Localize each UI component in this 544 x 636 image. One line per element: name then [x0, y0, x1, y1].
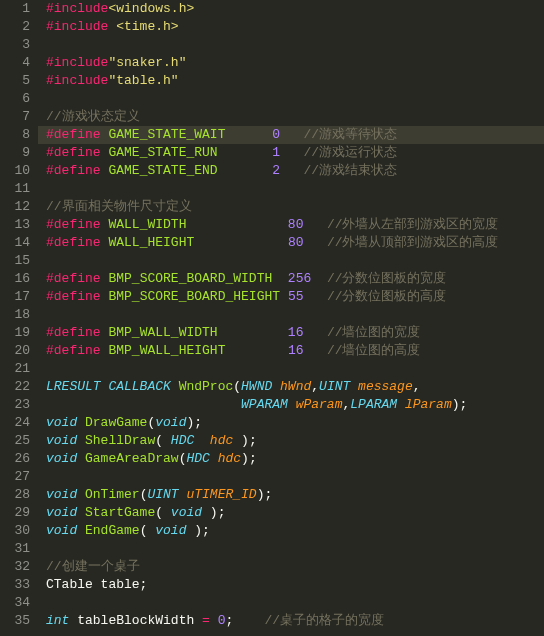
token-type: HDC	[171, 433, 202, 448]
code-line[interactable]	[46, 594, 544, 612]
code-line[interactable]: //游戏状态定义	[46, 108, 544, 126]
token-param: hdc	[202, 433, 241, 448]
token-ident	[303, 343, 326, 358]
code-line[interactable]: void EndGame( void );	[46, 522, 544, 540]
token-ident	[218, 325, 288, 340]
token-preproc: #define	[46, 127, 108, 142]
token-string: "snaker.h"	[108, 55, 186, 70]
token-number: 0	[272, 127, 280, 142]
code-line[interactable]: WPARAM wParam,LPARAM lParam);	[46, 396, 544, 414]
token-number: 80	[288, 235, 304, 250]
code-line[interactable]: #include"table.h"	[46, 72, 544, 90]
code-line[interactable]: #define BMP_WALL_WIDTH 16 //墙位图的宽度	[46, 324, 544, 342]
token-ident	[280, 289, 288, 304]
token-ident: tableBlockWidth	[77, 613, 202, 628]
token-preproc: #define	[46, 289, 108, 304]
token-type: HWND	[241, 379, 280, 394]
token-preproc: #include	[46, 55, 108, 70]
code-line[interactable]: #define BMP_WALL_HEIGHT 16 //墙位图的高度	[46, 342, 544, 360]
code-line[interactable]: #include <time.h>	[46, 18, 544, 36]
token-type: void	[46, 487, 85, 502]
code-line[interactable]: void DrawGame(void);	[46, 414, 544, 432]
code-line[interactable]: CTable table;	[46, 576, 544, 594]
code-line[interactable]: #define BMP_SCORE_BOARD_HEIGHT 55 //分数位图…	[46, 288, 544, 306]
code-line[interactable]: #define WALL_HEIGHT 80 //外墙从顶部到游戏区的高度	[46, 234, 544, 252]
code-line[interactable]	[46, 540, 544, 558]
line-number: 21	[4, 360, 30, 378]
code-line[interactable]	[46, 360, 544, 378]
token-preproc: #define	[46, 271, 108, 286]
token-number: 16	[288, 325, 304, 340]
token-ident	[303, 289, 326, 304]
code-line[interactable]: //界面相关物件尺寸定义	[46, 198, 544, 216]
token-comment: //分数位图板的宽度	[327, 271, 447, 286]
code-editor[interactable]: 1234567891011121314151617181920212223242…	[0, 0, 544, 636]
code-line[interactable]: #include<windows.h>	[46, 0, 544, 18]
token-ident	[272, 271, 288, 286]
code-line[interactable]	[46, 468, 544, 486]
code-line[interactable]	[46, 180, 544, 198]
token-ident: CTable table;	[46, 577, 147, 592]
token-comment: //创建一个桌子	[46, 559, 140, 574]
token-type: LRESULT CALLBACK	[46, 379, 179, 394]
token-comment: //游戏状态定义	[46, 109, 140, 124]
token-string: <time.h>	[116, 19, 178, 34]
line-number: 24	[4, 414, 30, 432]
code-line[interactable]: int tableBlockWidth = 0; //桌子的格子的宽度	[46, 612, 544, 630]
code-line[interactable]: void StartGame( void );	[46, 504, 544, 522]
token-param: lParam	[405, 397, 452, 412]
code-line[interactable]: #include"snaker.h"	[46, 54, 544, 72]
token-ident	[233, 613, 264, 628]
token-comment: //墙位图的宽度	[327, 325, 421, 340]
code-line[interactable]: #define BMP_SCORE_BOARD_WIDTH 256 //分数位图…	[46, 270, 544, 288]
code-line[interactable]	[46, 306, 544, 324]
code-line[interactable]: #define GAME_STATE_RUN 1 //游戏运行状态	[46, 144, 544, 162]
token-comment: //游戏结束状态	[303, 163, 397, 178]
token-comment: //外墙从顶部到游戏区的高度	[327, 235, 499, 250]
token-punc: ,	[413, 379, 421, 394]
token-param: hdc	[218, 451, 241, 466]
code-line[interactable]	[46, 252, 544, 270]
code-line[interactable]: void OnTimer(UINT uTIMER_ID);	[46, 486, 544, 504]
token-preproc: =	[202, 613, 210, 628]
line-number: 18	[4, 306, 30, 324]
code-line[interactable]: void ShellDraw( HDC hdc );	[46, 432, 544, 450]
code-line[interactable]: //创建一个桌子	[46, 558, 544, 576]
token-preproc: #define	[46, 145, 108, 160]
token-comment: //外墙从左部到游戏区的宽度	[327, 217, 499, 232]
token-ident	[225, 343, 287, 358]
line-number: 3	[4, 36, 30, 54]
line-number: 1	[4, 0, 30, 18]
token-ident	[46, 397, 241, 412]
line-number: 17	[4, 288, 30, 306]
line-number: 32	[4, 558, 30, 576]
token-type: void	[171, 505, 202, 520]
token-type: void	[46, 505, 85, 520]
token-func: OnTimer	[85, 487, 140, 502]
line-number: 20	[4, 342, 30, 360]
code-line[interactable]	[46, 36, 544, 54]
code-area[interactable]: #include<windows.h>#include <time.h>#inc…	[38, 0, 544, 636]
line-number: 19	[4, 324, 30, 342]
token-ident	[311, 271, 327, 286]
token-type: UINT	[147, 487, 186, 502]
code-line[interactable]: #define GAME_STATE_END 2 //游戏结束状态	[46, 162, 544, 180]
token-preproc: #include	[46, 73, 108, 88]
line-number: 13	[4, 216, 30, 234]
token-number: 55	[288, 289, 304, 304]
code-line[interactable]: #define WALL_WIDTH 80 //外墙从左部到游戏区的宽度	[46, 216, 544, 234]
token-punc: (	[155, 505, 171, 520]
token-func: GameAreaDraw	[85, 451, 179, 466]
code-line[interactable]: #define GAME_STATE_WAIT 0 //游戏等待状态	[38, 126, 544, 144]
line-number: 10	[4, 162, 30, 180]
code-line[interactable]: LRESULT CALLBACK WndProc(HWND hWnd,UINT …	[46, 378, 544, 396]
token-comment: //桌子的格子的宽度	[265, 613, 385, 628]
token-type: UINT	[319, 379, 358, 394]
token-ident	[218, 163, 273, 178]
code-line[interactable]: void GameAreaDraw(HDC hdc);	[46, 450, 544, 468]
token-type: void	[155, 523, 186, 538]
token-punc: (	[155, 433, 171, 448]
token-punc: );	[452, 397, 468, 412]
token-ident	[303, 217, 326, 232]
code-line[interactable]	[46, 90, 544, 108]
